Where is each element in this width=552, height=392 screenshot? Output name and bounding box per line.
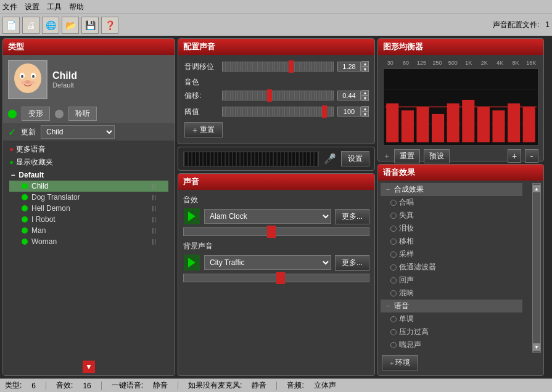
timbre-slider-thumb[interactable] bbox=[267, 89, 272, 102]
config-reset-button[interactable]: 重置 bbox=[184, 122, 223, 137]
timbre-spin-down[interactable]: ▼ bbox=[361, 96, 369, 101]
status-effects-value: 16 bbox=[83, 382, 91, 390]
eq-label-500: 500 bbox=[446, 60, 460, 66]
effects-more-button[interactable]: 更多... bbox=[335, 209, 369, 224]
scrollbar-up[interactable]: ▲ bbox=[533, 185, 540, 192]
effects-item-pressure[interactable]: 压力过高 bbox=[381, 325, 522, 338]
bg-play-icon bbox=[188, 258, 196, 267]
pitch-slider-thumb[interactable] bbox=[289, 60, 294, 73]
threshold-spin-up[interactable]: ▲ bbox=[361, 106, 369, 112]
eq-label-2k: 2K bbox=[477, 60, 491, 66]
effects-play-button[interactable] bbox=[183, 208, 200, 225]
update-label: 更新 bbox=[21, 127, 36, 137]
radio-reverb bbox=[390, 290, 397, 296]
toolbar-print[interactable]: 🖨 bbox=[22, 17, 39, 34]
transform-button[interactable]: 变形 bbox=[22, 107, 50, 121]
effects-item-reverb[interactable]: 混响 bbox=[381, 287, 522, 300]
pitch-input[interactable]: 1.28 bbox=[337, 62, 361, 71]
effects-item-monotone[interactable]: 单调 bbox=[381, 312, 522, 325]
effects-group-synthesis-header[interactable]: － 合成效果 bbox=[381, 183, 522, 196]
bg-volume-slider[interactable] bbox=[183, 274, 369, 282]
voice-item-child[interactable]: Child ||| bbox=[9, 181, 168, 192]
toolbar-save[interactable]: 💾 bbox=[81, 17, 99, 34]
config-body: 音调移位 1.28 ▲ ▼ 音色 bbox=[178, 55, 374, 144]
threshold-spin-down[interactable]: ▼ bbox=[361, 112, 369, 117]
pitch-spin-up[interactable]: ▲ bbox=[361, 61, 369, 67]
eq-label-4k: 4K bbox=[493, 60, 507, 66]
menu-help[interactable]: 帮助 bbox=[69, 2, 84, 12]
timbre-slider-track[interactable] bbox=[222, 91, 334, 100]
bg-play-button[interactable] bbox=[183, 254, 200, 271]
voice-item-hell-demon[interactable]: Hell Demon ||| bbox=[9, 203, 168, 214]
show-favorites[interactable]: 显示收藏夹 bbox=[3, 156, 175, 169]
pitch-spin-down[interactable]: ▼ bbox=[361, 67, 369, 72]
menu-tools[interactable]: 工具 bbox=[47, 2, 62, 12]
toolbar-help[interactable]: ❓ bbox=[101, 17, 118, 34]
effects-scrollbar[interactable]: ▲ ▼ bbox=[532, 183, 541, 353]
toolbar-new[interactable]: 📄 bbox=[2, 17, 20, 34]
listen-button[interactable]: 聆听 bbox=[68, 107, 97, 121]
effects-item-phaser[interactable]: 移相 bbox=[381, 235, 522, 248]
audio-bar bbox=[183, 152, 319, 166]
effects-select[interactable]: Alam Clock bbox=[204, 209, 331, 224]
eq-add-button[interactable]: + bbox=[508, 149, 521, 163]
dot-dog-translator bbox=[22, 194, 28, 200]
voice-item-woman[interactable]: Woman ||| bbox=[9, 236, 168, 247]
voice-config-label: 声音配置文件: 1 bbox=[493, 20, 550, 30]
bg-label: 背景声音 bbox=[183, 241, 369, 251]
effects-volume-slider[interactable] bbox=[183, 227, 369, 236]
status-audio-label: 音频: bbox=[287, 380, 303, 391]
svg-rect-13 bbox=[416, 107, 429, 142]
svg-point-7 bbox=[30, 81, 35, 84]
radio-sampler bbox=[390, 251, 397, 258]
sound-panel-header: 声音 bbox=[178, 174, 374, 190]
effects-item-chorus[interactable]: 合唱 bbox=[381, 196, 522, 209]
voice-item-man[interactable]: Man ||| bbox=[9, 225, 168, 236]
bg-volume-thumb[interactable] bbox=[276, 272, 285, 284]
effects-item-lowpass[interactable]: 低通滤波器 bbox=[381, 261, 522, 274]
radio-pressure bbox=[390, 329, 397, 335]
voice-group-label[interactable]: － Default bbox=[9, 171, 44, 179]
synthesis-group-label: 合成效果 bbox=[394, 184, 424, 195]
timbre-input[interactable] bbox=[337, 91, 361, 100]
more-voices[interactable]: 更多语音 bbox=[3, 143, 175, 156]
status-divider-3 bbox=[178, 382, 178, 390]
scrollbar-down[interactable]: ▼ bbox=[533, 343, 540, 351]
threshold-input[interactable] bbox=[337, 107, 361, 116]
effects-item-echo[interactable]: 回声 bbox=[381, 274, 522, 287]
voice-item-dog-translator[interactable]: Dog Translator ||| bbox=[9, 192, 168, 203]
effects-group-synthesis: － 合成效果 合唱 失真 泪妆 移相 采样 低通滤波器 回声 混响 bbox=[381, 183, 522, 300]
toolbar-globe[interactable]: 🌐 bbox=[42, 17, 59, 34]
status-audio-value: 立体声 bbox=[314, 380, 336, 391]
eq-reset-button[interactable]: 重置 bbox=[394, 149, 420, 163]
effects-item-distortion[interactable]: 失真 bbox=[381, 209, 522, 222]
bg-select[interactable]: City Traffic bbox=[204, 255, 331, 270]
voice-item-i-robot[interactable]: I Robot ||| bbox=[9, 214, 168, 225]
update-select[interactable]: Child bbox=[41, 125, 115, 139]
effects-volume-thumb[interactable] bbox=[267, 226, 276, 238]
effects-group-speech-header[interactable]: － 语音 bbox=[381, 300, 522, 312]
update-checkmark[interactable]: ✓ bbox=[8, 126, 16, 138]
effects-item-panting[interactable]: 喘息声 bbox=[381, 338, 522, 351]
svg-point-6 bbox=[21, 81, 26, 84]
toolbar-folder[interactable]: 📂 bbox=[62, 17, 79, 34]
timbre-spin-up[interactable]: ▲ bbox=[361, 90, 369, 96]
pitch-slider-track[interactable] bbox=[222, 62, 334, 71]
effects-item-sampler[interactable]: 采样 bbox=[381, 248, 522, 261]
bg-more-button[interactable]: 更多... bbox=[335, 255, 369, 271]
menu-settings[interactable]: 设置 bbox=[25, 2, 39, 12]
environment-button[interactable]: + 环境 bbox=[382, 355, 418, 370]
eq-minus-button[interactable]: - bbox=[525, 149, 538, 163]
threshold-slider-track[interactable] bbox=[222, 107, 334, 116]
effects-item-tearup[interactable]: 泪妆 bbox=[381, 222, 522, 235]
eq-preset-button[interactable]: 预设 bbox=[424, 149, 450, 163]
char-preview: Child Default bbox=[3, 55, 175, 104]
menu-file[interactable]: 文件 bbox=[2, 2, 17, 12]
threshold-slider-thumb[interactable] bbox=[322, 105, 327, 118]
svg-rect-14 bbox=[432, 114, 444, 142]
eq-chart bbox=[385, 71, 537, 142]
audio-settings-button[interactable]: 设置 bbox=[341, 151, 369, 166]
list-scroll-down[interactable]: ▼ bbox=[83, 361, 95, 373]
svg-rect-20 bbox=[523, 107, 535, 142]
effects-play-icon bbox=[188, 211, 196, 221]
